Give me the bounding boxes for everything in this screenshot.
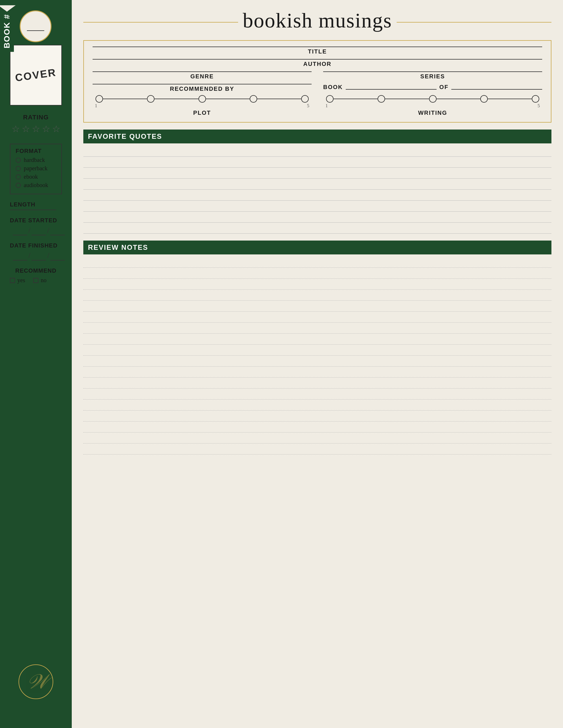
date-finished-month	[13, 260, 27, 260]
recommend-no-option[interactable]: no	[33, 277, 47, 284]
dotted-line-5[interactable]	[83, 301, 551, 312]
date-finished-year	[50, 260, 65, 260]
star-2[interactable]: ☆	[22, 123, 30, 134]
dotted-line-1[interactable]	[83, 257, 551, 268]
recommend-section: RECOMMEND yes no	[10, 267, 62, 284]
dotted-line-11[interactable]	[83, 367, 551, 378]
book-of-line1	[346, 89, 437, 90]
plot-scale-end: 5	[307, 103, 309, 108]
date-finished-section: DATE FINISHED / /	[10, 242, 62, 260]
plot-connector-3	[206, 99, 250, 99]
star-3[interactable]: ☆	[32, 123, 40, 134]
plot-dot-5[interactable]	[301, 95, 309, 103]
radio-audiobook[interactable]	[16, 183, 21, 188]
dotted-line-3[interactable]	[83, 279, 551, 290]
dotted-line-12[interactable]	[83, 378, 551, 389]
writing-scale-start: 1	[326, 103, 328, 108]
recommend-no-label: no	[41, 277, 47, 284]
book-number-circle[interactable]	[20, 10, 51, 42]
scales-row: 1 5 PLOT 1	[93, 95, 542, 116]
dotted-line-16[interactable]	[83, 422, 551, 433]
year-line-2	[50, 260, 65, 260]
writing-connector-3	[437, 99, 481, 99]
star-4[interactable]: ☆	[42, 123, 50, 134]
recommend-yes-option[interactable]: yes	[10, 277, 25, 284]
dotted-line-18[interactable]	[83, 444, 551, 454]
format-option-hardback[interactable]: hardback	[16, 157, 56, 163]
writing-line-5[interactable]	[83, 190, 551, 201]
day-line	[32, 235, 46, 235]
series-col: SERIES	[323, 71, 542, 80]
sidebar-inner: COVER RATING ☆ ☆ ☆ ☆ ☆ FORMAT hardback p…	[0, 0, 72, 716]
page-header: bookish musings	[83, 9, 551, 37]
month-line-2	[13, 260, 27, 260]
length-line	[10, 210, 56, 210]
star-5[interactable]: ☆	[52, 123, 60, 134]
title-line-right	[397, 22, 551, 23]
review-notes-header: REVIEW NOTES	[83, 241, 551, 254]
dotted-line-17[interactable]	[83, 433, 551, 444]
writing-connector-1	[334, 99, 378, 99]
book-of-of-label: OF	[440, 84, 449, 90]
format-option-ebook[interactable]: ebook	[16, 173, 56, 180]
dotted-line-9[interactable]	[83, 345, 551, 356]
series-label: SERIES	[323, 73, 542, 80]
format-option-audiobook[interactable]: audiobook	[16, 182, 56, 189]
plot-connector-1	[103, 99, 147, 99]
favorite-quotes-header: FAVORITE QUOTES	[83, 130, 551, 143]
star-1[interactable]: ☆	[12, 123, 20, 134]
book-number-banner: BOOK #	[0, 0, 72, 52]
dotted-line-7[interactable]	[83, 323, 551, 334]
writing-dot-3[interactable]	[429, 95, 437, 103]
title-field-row: TITLE	[93, 47, 542, 55]
dotted-line-2[interactable]	[83, 268, 551, 279]
plot-scale-dots	[93, 95, 312, 103]
plot-dot-2[interactable]	[147, 95, 154, 103]
writing-dot-4[interactable]	[480, 95, 488, 103]
writing-dot-5[interactable]	[532, 95, 539, 103]
series-line	[323, 71, 542, 72]
writing-scale-col: 1 5 WRITING	[323, 95, 542, 116]
title-field-label: TITLE	[93, 48, 542, 55]
book-of-book-label: BOOK	[323, 84, 343, 90]
review-notes-lines	[83, 257, 551, 454]
format-option-paperback[interactable]: paperback	[16, 165, 56, 172]
date-finished-fields: / /	[10, 251, 62, 260]
checkbox-no[interactable]	[33, 278, 38, 283]
writing-line-2[interactable]	[83, 157, 551, 168]
writing-dot-1[interactable]	[326, 95, 334, 103]
format-section: FORMAT hardback paperback ebook audioboo…	[10, 143, 62, 194]
year-line	[50, 235, 65, 235]
writing-line-6[interactable]	[83, 201, 551, 212]
recommended-col: RECOMMENDED BY	[93, 84, 312, 92]
date-started-year	[50, 235, 65, 235]
writing-dot-2[interactable]	[378, 95, 385, 103]
writing-scale-dots	[323, 95, 542, 103]
format-paperback-label: paperback	[24, 165, 47, 172]
plot-dot-1[interactable]	[95, 95, 103, 103]
dotted-line-13[interactable]	[83, 389, 551, 400]
plot-dot-4[interactable]	[250, 95, 257, 103]
date-started-label: DATE STARTED	[10, 217, 62, 224]
dotted-line-8[interactable]	[83, 334, 551, 345]
radio-paperback[interactable]	[16, 166, 21, 171]
writing-line-1[interactable]	[83, 146, 551, 157]
dotted-line-6[interactable]	[83, 312, 551, 323]
writing-line-4[interactable]	[83, 179, 551, 190]
recommended-book-row: RECOMMENDED BY BOOK OF	[93, 84, 542, 92]
dotted-line-10[interactable]	[83, 356, 551, 367]
writing-line-7[interactable]	[83, 212, 551, 223]
book-tag: BOOK #	[0, 5, 14, 52]
checkbox-yes[interactable]	[10, 278, 15, 283]
main-content: bookish musings TITLE AUTHOR GENRE SERIE…	[72, 0, 563, 728]
writing-line-8[interactable]	[83, 223, 551, 234]
plot-dot-3[interactable]	[198, 95, 206, 103]
dotted-line-14[interactable]	[83, 400, 551, 411]
dotted-line-4[interactable]	[83, 290, 551, 301]
radio-hardback[interactable]	[16, 158, 21, 163]
radio-ebook[interactable]	[16, 174, 21, 180]
genre-line	[93, 71, 312, 72]
format-hardback-label: hardback	[24, 157, 45, 163]
writing-line-3[interactable]	[83, 168, 551, 179]
dotted-line-15[interactable]	[83, 411, 551, 422]
